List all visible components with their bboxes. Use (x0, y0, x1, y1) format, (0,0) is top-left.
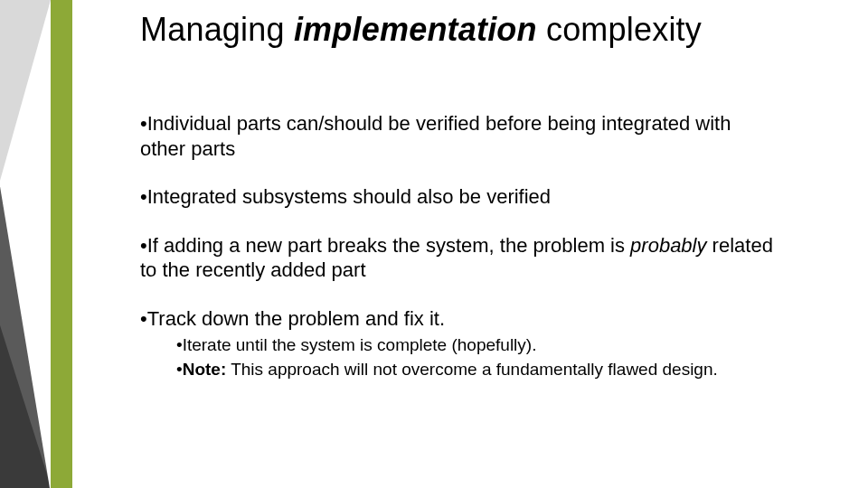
bullet-text: Individual parts can/should be verified … (140, 112, 731, 160)
bullet-list: •Individual parts can/should be verified… (140, 111, 773, 380)
bullet-level-1: •If adding a new part breaks the system,… (140, 233, 773, 283)
decorative-sidebar (0, 0, 88, 488)
bullet-dot-icon: • (140, 234, 147, 257)
bullet-text: Note: (183, 360, 227, 379)
bullet-dot-icon: • (140, 112, 147, 135)
bullet-text: Track down the problem and fix it. (147, 307, 445, 330)
bullet-text: If adding a new part breaks the system, … (147, 234, 630, 257)
bullet-dot-icon: • (176, 360, 183, 379)
svg-marker-0 (0, 0, 51, 181)
slide-title: Managing implementation complexity (140, 11, 827, 48)
bullet-text: This approach will not overcome a fundam… (226, 360, 718, 379)
bullet-level-1: •Individual parts can/should be verified… (140, 111, 773, 161)
sidebar-grey-triangles (0, 0, 88, 488)
bullet-level-2: •Iterate until the system is complete (h… (176, 334, 773, 356)
bullet-level-2: •Note: This approach will not overcome a… (176, 359, 773, 380)
bullet-dot-icon: • (140, 307, 147, 330)
slide-content: Managing implementation complexity •Indi… (140, 11, 827, 383)
bullet-text: Iterate until the system is complete (ho… (183, 335, 537, 354)
bullet-dot-icon: • (176, 335, 183, 354)
bullet-level-1: •Track down the problem and fix it. (140, 306, 773, 332)
bullet-text: probably (630, 234, 706, 257)
title-pre: Managing (140, 11, 294, 48)
sidebar-green-band (51, 0, 72, 488)
title-post: complexity (537, 11, 702, 48)
title-emph: implementation (294, 11, 537, 48)
bullet-level-1: •Integrated subsystems should also be ve… (140, 184, 773, 210)
bullet-text: Integrated subsystems should also be ver… (147, 185, 551, 208)
bullet-dot-icon: • (140, 185, 147, 208)
